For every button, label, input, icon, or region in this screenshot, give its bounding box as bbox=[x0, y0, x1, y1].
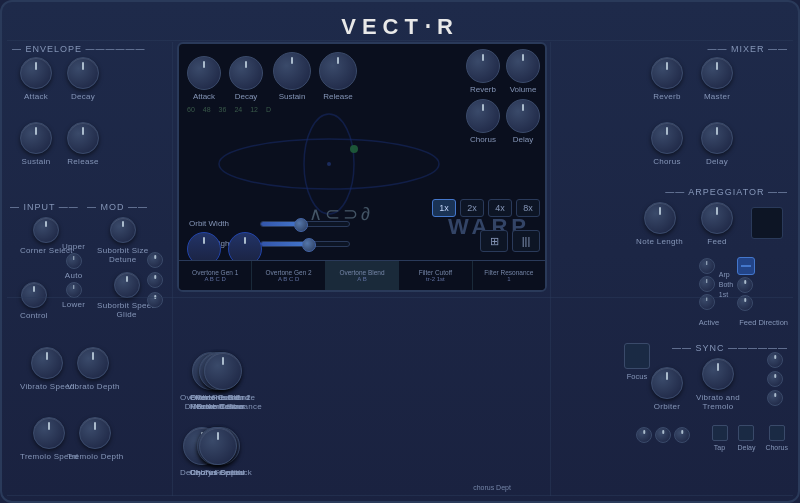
sync-k1[interactable] bbox=[767, 352, 783, 368]
sync-small-knobs bbox=[767, 352, 783, 406]
tap-group: Tap bbox=[712, 425, 728, 451]
arp-k2[interactable] bbox=[699, 276, 715, 292]
synth-title: VECT⋅R bbox=[341, 14, 459, 40]
arp-active-row: Arp Both 1st bbox=[699, 257, 788, 311]
orbit-height-slider[interactable] bbox=[260, 241, 350, 247]
eq-icon-btn[interactable]: ||| bbox=[512, 230, 540, 252]
orbiter-label: Orbiter bbox=[654, 402, 681, 411]
reverb-mixer-knob[interactable] bbox=[651, 57, 683, 89]
active-toggle[interactable] bbox=[737, 257, 755, 275]
reverb-disp-knob[interactable] bbox=[466, 49, 500, 83]
auto-knob[interactable] bbox=[66, 282, 82, 298]
chorus-sync-label: Chorus bbox=[765, 444, 788, 451]
vibrato-depth-group: Vibrato Depth bbox=[67, 347, 120, 391]
mod-r2-knob[interactable] bbox=[147, 272, 163, 288]
reverb-disp-group: Reverb bbox=[466, 49, 500, 94]
attack-label: Attack bbox=[24, 92, 48, 101]
vibrato-depth-label: Vibrato Depth bbox=[67, 382, 120, 391]
disp-attack-knob[interactable] bbox=[187, 56, 221, 90]
filter-res-master-knob[interactable] bbox=[204, 352, 242, 390]
release-knob[interactable] bbox=[67, 122, 99, 154]
note-length-knob[interactable] bbox=[644, 202, 676, 234]
sync-bk1[interactable] bbox=[636, 427, 652, 443]
active-label: Active bbox=[699, 318, 719, 327]
chorus-colour-knob[interactable] bbox=[199, 427, 237, 465]
grid-icon-btn[interactable]: ⊞ bbox=[480, 230, 508, 252]
chorus-colour-label: Chorus Colour bbox=[190, 468, 245, 477]
chorus-colour-group: Chorus Colour bbox=[190, 427, 245, 477]
sync-k2[interactable] bbox=[767, 371, 783, 387]
channel-strips-display: Overtone Gen 1 A B C D Overtone Gen 2 A … bbox=[179, 260, 545, 290]
mult-8x[interactable]: 8x bbox=[516, 199, 540, 217]
mod-right-knobs bbox=[147, 252, 163, 308]
attack-knob-group: Attack bbox=[20, 57, 52, 101]
master-label: Master bbox=[704, 92, 730, 101]
suborbit-size-detune-knob[interactable] bbox=[110, 217, 136, 243]
feed-knob-group: Feed bbox=[701, 202, 733, 246]
tremolo-depth-group: Tremolo Depth bbox=[67, 417, 124, 461]
focus-group: Focus bbox=[624, 343, 650, 381]
chorus-delay-row: Chorus Delay bbox=[466, 99, 540, 144]
upper-knob[interactable] bbox=[66, 253, 82, 269]
envelope-label: — Envelope —————— bbox=[12, 44, 146, 54]
mult-1x[interactable]: 1x bbox=[432, 199, 456, 217]
attack-knob[interactable] bbox=[20, 57, 52, 89]
channel-filter-res[interactable]: Filter Resonance 1 bbox=[473, 261, 545, 290]
suborbit-size-detune-label: Suborbit SizeDetune bbox=[97, 246, 148, 264]
mod-r1-knob[interactable] bbox=[147, 252, 163, 268]
vibrato-depth-knob[interactable] bbox=[77, 347, 109, 379]
disp-sustain-knob[interactable] bbox=[273, 52, 311, 90]
arp-square-btn[interactable] bbox=[751, 207, 783, 239]
vibrato-tremolo-knob[interactable] bbox=[702, 358, 734, 390]
arp-knobs-group bbox=[699, 258, 715, 310]
delay-mixer-knob[interactable] bbox=[701, 122, 733, 154]
sustain-label: Sustain bbox=[22, 157, 51, 166]
suborbit-speed-glide-knob[interactable] bbox=[114, 272, 140, 298]
disp-decay-knob[interactable] bbox=[229, 56, 263, 90]
corner-select-knob[interactable] bbox=[33, 217, 59, 243]
focus-btn[interactable] bbox=[624, 343, 650, 369]
chorus-disp-knob[interactable] bbox=[466, 99, 500, 133]
orbit-width-slider[interactable] bbox=[260, 221, 350, 227]
arp-k4[interactable] bbox=[737, 277, 753, 293]
chorus-mixer-knob[interactable] bbox=[651, 122, 683, 154]
volume-disp-knob[interactable] bbox=[506, 49, 540, 83]
control-label: Control bbox=[20, 311, 48, 320]
tap-btn[interactable] bbox=[712, 425, 728, 441]
control-knob[interactable] bbox=[21, 282, 47, 308]
mod-r3-knob[interactable] bbox=[147, 292, 163, 308]
arp-k1[interactable] bbox=[699, 258, 715, 274]
disp-release-knob[interactable] bbox=[319, 52, 357, 90]
delay-disp-knob[interactable] bbox=[506, 99, 540, 133]
tremolo-depth-label: Tremolo Depth bbox=[67, 452, 124, 461]
sync-bk3[interactable] bbox=[674, 427, 690, 443]
decay-knob[interactable] bbox=[67, 57, 99, 89]
feed-knob[interactable] bbox=[701, 202, 733, 234]
arp-labels-row: Active Feed Direction bbox=[699, 318, 788, 327]
delay-disp-group: Delay bbox=[506, 99, 540, 144]
orbiter-knob[interactable] bbox=[651, 367, 683, 399]
left-v-divider bbox=[172, 42, 173, 496]
tremolo-depth-knob[interactable] bbox=[79, 417, 111, 449]
decay-label: Decay bbox=[71, 92, 95, 101]
arp-both-label: Arp bbox=[719, 271, 733, 278]
sustain-knob[interactable] bbox=[20, 122, 52, 154]
delay-sync-btn[interactable] bbox=[738, 425, 754, 441]
channel-overtone2[interactable]: Overtone Gen 2 A B C D bbox=[252, 261, 325, 290]
channel-blend[interactable]: Overtone Blend A B bbox=[326, 261, 399, 290]
mult-buttons: 1x 2x 4x 8x bbox=[432, 199, 540, 217]
sync-k3[interactable] bbox=[767, 390, 783, 406]
delay-mixer-label: Delay bbox=[706, 157, 728, 166]
vibrato-speed-knob[interactable] bbox=[31, 347, 63, 379]
tremolo-speed-knob[interactable] bbox=[33, 417, 65, 449]
upper-auto-lower-group: Upper Auto Lower bbox=[62, 242, 85, 309]
note-length-group: Note Length bbox=[636, 202, 683, 246]
channel-filter-cutoff[interactable]: Filter Cutoff tr-2 1st bbox=[399, 261, 472, 290]
mult-4x[interactable]: 4x bbox=[488, 199, 512, 217]
reverb-volume-row: Reverb Volume bbox=[466, 49, 540, 94]
master-knob[interactable] bbox=[701, 57, 733, 89]
chorus-sync-btn[interactable] bbox=[769, 425, 785, 441]
sync-bk2[interactable] bbox=[655, 427, 671, 443]
channel-overtone1[interactable]: Overtone Gen 1 A B C D bbox=[179, 261, 252, 290]
mult-2x[interactable]: 2x bbox=[460, 199, 484, 217]
